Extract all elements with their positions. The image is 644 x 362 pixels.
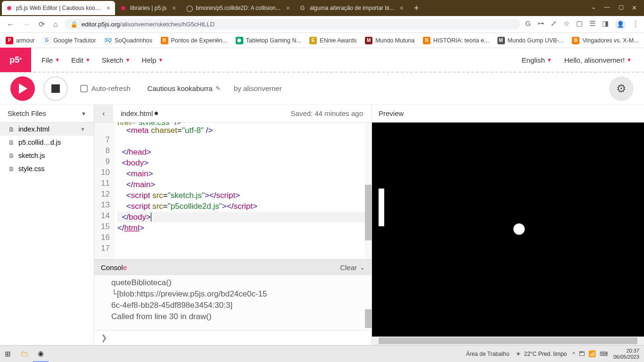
browser-tab-3[interactable]: G alguma alteração de importar bi... ×	[296, 1, 408, 15]
wifi-icon[interactable]: 📶	[588, 350, 596, 357]
pencil-icon[interactable]: ✎	[215, 85, 221, 92]
bookmark-item[interactable]: BHISTÓRIA: teoria e...	[423, 37, 488, 44]
new-tab-button[interactable]: +	[409, 3, 424, 13]
browser-tab-strip: ✱ p5.js Web Editor | Cautious kook... × …	[0, 0, 644, 16]
chevron-down-icon: ▼	[547, 57, 552, 63]
collapse-sidebar-button[interactable]: ‹	[94, 105, 113, 122]
star-icon[interactable]: ☆	[563, 19, 570, 30]
key-icon[interactable]: ⊶	[537, 19, 544, 30]
menu-file[interactable]: File▼	[41, 56, 60, 64]
author-label: by alisonverner	[234, 84, 282, 92]
p5-favicon-icon: ✱	[7, 5, 13, 11]
file-item[interactable]: 🗎sketch.js	[0, 149, 94, 162]
bookmark-item[interactable]: Parmour	[6, 37, 34, 44]
home-button[interactable]: ⌂	[51, 18, 60, 31]
console-clear-button[interactable]: Clear ⌄	[340, 263, 365, 272]
bookmark-item[interactable]: MMundo Gump UVB-...	[497, 37, 564, 44]
extension-icon[interactable]: ⤢	[551, 19, 557, 30]
saved-status: Saved: 44 minutes ago	[291, 109, 372, 117]
menu-sketch[interactable]: Sketch▼	[102, 56, 131, 64]
google-favicon-icon: G	[300, 5, 307, 11]
back-button[interactable]: ←	[5, 18, 16, 31]
chevron-down-icon: ▼	[627, 57, 632, 63]
bookmark-item[interactable]: MMundo Mutuna	[365, 37, 414, 44]
language-selector[interactable]: English▼	[522, 56, 552, 64]
profile-avatar[interactable]: 👤	[615, 19, 626, 30]
account-menu[interactable]: Hello, alisonverner!▼	[564, 56, 632, 64]
tab-title: alguma alteração de importar bi...	[310, 5, 394, 11]
editor-column: ‹ index.html Saved: 44 minutes ago 7 8 9…	[94, 105, 372, 345]
active-file-tab[interactable]: index.html	[113, 109, 165, 117]
preview-horizontal-scrollbar[interactable]	[372, 337, 644, 345]
reading-list-icon[interactable]: ☰	[589, 19, 595, 30]
close-window-icon[interactable]: ×	[632, 4, 636, 12]
file-item[interactable]: 🗎style.css	[0, 162, 94, 175]
url-path: /alisonverner/sketches/hG5cHtLLD	[120, 21, 215, 28]
maximize-icon[interactable]: ▢	[619, 4, 624, 12]
bookmark-item[interactable]: BVingadores vs. X-M...	[572, 37, 638, 44]
chevron-up-icon[interactable]: ^	[572, 351, 575, 357]
taskbar-explorer[interactable]: 🗀	[16, 346, 33, 362]
bookmarks-bar: Parmour GGoogle Tradutor SQSoQuadrinhos …	[0, 33, 644, 48]
kebab-menu-icon[interactable]: ⋮	[632, 19, 639, 30]
window-controls: ⌄ — ▢ ×	[586, 4, 642, 12]
code-editor[interactable]: 7 8 9 10 11 12 13 14 15 16 17 href="styl…	[94, 123, 372, 259]
console-output[interactable]: queteBiblioteca() └[blob:https://preview…	[94, 275, 372, 330]
console-scrollbar[interactable]	[365, 275, 372, 330]
close-icon[interactable]: ×	[172, 4, 176, 12]
weather-icon: ☀	[516, 351, 521, 357]
windows-taskbar: ⊞ 🗀 ◉ Área de Trabalho ☀22°C Pred. limpo…	[0, 345, 644, 362]
preview-canvas[interactable]	[372, 123, 644, 337]
bookmark-item[interactable]: SQSoQuadrinhos	[104, 37, 152, 44]
keyboard-icon[interactable]: ⌨	[600, 351, 608, 357]
browser-tab-0[interactable]: ✱ p5.js Web Editor | Cautious kook... ×	[2, 1, 115, 15]
file-icon: 🗎	[8, 152, 15, 159]
console-input[interactable]: ❯	[94, 330, 372, 345]
close-icon[interactable]: ×	[286, 4, 290, 12]
bookmark-item[interactable]: GGoogle Tradutor	[43, 37, 96, 44]
chevron-down-icon: ▼	[85, 57, 91, 63]
bookmark-item[interactable]: EENnie Awards	[309, 37, 356, 44]
file-item[interactable]: 🗎p5.collid…d.js	[0, 136, 94, 149]
autorefresh-label: Auto-refresh	[91, 84, 131, 92]
start-button[interactable]: ⊞	[0, 346, 16, 362]
desktop-label[interactable]: Área de Trabalho	[466, 351, 510, 357]
battery-icon[interactable]: 🗔	[579, 351, 585, 357]
weather-widget[interactable]: ☀22°C Pred. limpo	[516, 351, 567, 357]
address-bar: ← → ⟳ ⌂ 🔒 editor.p5js.org/alisonverner/s…	[0, 16, 644, 33]
chevron-down-icon[interactable]: ▼	[80, 126, 85, 132]
system-tray: ^ 🗔 📶 ⌨	[572, 350, 608, 357]
minimize-icon[interactable]: —	[604, 4, 610, 12]
cast-icon[interactable]: ▢	[576, 19, 583, 30]
file-item-index[interactable]: 🗎 index.html ▼	[0, 123, 94, 136]
chevron-down-icon[interactable]: ⌄	[591, 4, 596, 12]
file-sidebar: Sketch Files ▼ 🗎 index.html ▼ 🗎p5.collid…	[0, 105, 94, 345]
ball-sprite	[513, 223, 525, 235]
bookmark-item[interactable]: ⬢Tabletop Gaming N...	[236, 37, 301, 44]
p5-logo[interactable]: p5*	[0, 48, 31, 72]
google-lens-icon[interactable]: G	[525, 19, 531, 30]
chevron-down-icon: ▼	[158, 57, 163, 63]
settings-button[interactable]: ⚙	[609, 76, 634, 101]
reload-button[interactable]: ⟳	[37, 18, 47, 31]
taskbar-chrome[interactable]: ◉	[33, 346, 49, 362]
sidebar-header[interactable]: Sketch Files ▼	[0, 105, 94, 123]
browser-tab-1[interactable]: ✱ libraries | p5.js ×	[116, 1, 181, 15]
menu-help[interactable]: Help▼	[142, 56, 164, 64]
editor-scrollbar[interactable]	[365, 123, 372, 259]
play-button[interactable]	[10, 76, 35, 101]
url-input[interactable]: 🔒 editor.p5js.org/alisonverner/sketches/…	[65, 19, 521, 30]
stop-icon	[51, 84, 60, 93]
stop-button[interactable]	[43, 76, 68, 101]
forward-button[interactable]: →	[21, 18, 32, 31]
app-header: p5* File▼ Edit▼ Sketch▼ Help▼ English▼ H…	[0, 48, 644, 73]
browser-tab-2[interactable]: ◯ bmoren/p5.collide2D: A collision... ×	[182, 1, 295, 15]
sidepanel-icon[interactable]: ◨	[602, 19, 609, 30]
clock[interactable]: 20:37 06/05/2023	[613, 348, 639, 360]
file-icon: 🗎	[8, 126, 15, 133]
close-icon[interactable]: ×	[400, 4, 404, 12]
autorefresh-checkbox[interactable]	[80, 85, 88, 92]
menu-edit[interactable]: Edit▼	[71, 56, 91, 64]
bookmark-item[interactable]: BPontos de Experiên...	[161, 37, 227, 44]
close-icon[interactable]: ×	[107, 4, 110, 12]
